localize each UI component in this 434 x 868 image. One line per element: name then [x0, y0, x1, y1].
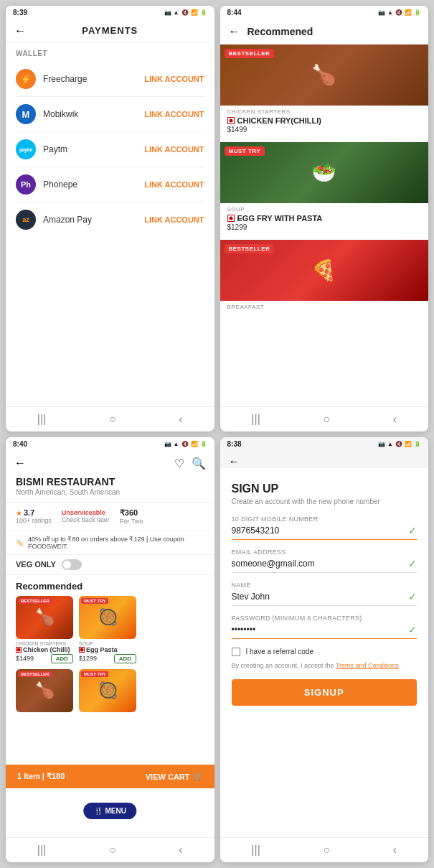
phonepe-link[interactable]: LINK ACCOUNT	[144, 180, 204, 189]
nav-back-icon-signup[interactable]: ‹	[393, 844, 397, 857]
food-cat-small-1: SOUP	[79, 641, 136, 646]
recommended-title: Recommened	[247, 26, 313, 37]
heart-icon[interactable]: ♡	[174, 457, 184, 470]
signup-button[interactable]: SIGNUP	[232, 679, 418, 706]
restaurant-stats: ★ 3.7 100+ ratings Unserviceable Check b…	[6, 502, 214, 531]
terms-link[interactable]: Trems and Conditions	[336, 662, 399, 669]
password-field: PASSWORD (MINIMUM 6 CHARACTERS) ••••••••…	[232, 615, 418, 639]
amazon-link[interactable]: LINK ACCOUNT	[144, 215, 204, 224]
nav-back-icon-rest[interactable]: ‹	[179, 844, 182, 857]
cart-icon: 🛒	[193, 772, 203, 781]
food-price-small-0: $1499 ADD	[16, 654, 73, 663]
nav-home-icon-rec[interactable]: ○	[323, 413, 330, 426]
nav-home-icon[interactable]: ○	[109, 413, 116, 426]
add-button-1[interactable]: ADD	[114, 654, 136, 663]
status-bar-recommended: 8:44 📷 ▲ 🔇 📶 🔋	[220, 6, 429, 19]
phonepe-icon: Ph	[16, 174, 36, 195]
nav-menu-icon-rec[interactable]: |||	[251, 413, 260, 426]
time-signup: 8:38	[227, 440, 242, 448]
time-recommended: 8:44	[227, 9, 242, 17]
payments-title: PAYMENTS	[82, 25, 138, 36]
status-icons-recommended: 📷 ▲ 🔇 📶 🔋	[378, 9, 421, 16]
search-icon[interactable]: 🔍	[192, 457, 206, 470]
food-name-1: EGG FRY WITH PASTA	[227, 214, 422, 223]
payment-item-paytm: paytm Paytm LINK ACCOUNT	[16, 132, 204, 167]
paytm-link[interactable]: LINK ACCOUNT	[144, 145, 204, 154]
menu-fab-button[interactable]: 🍴 MENU	[84, 803, 136, 819]
name-label: NAME	[232, 582, 418, 589]
wallet-section: WALLET ⚡ Freecharge LINK ACCOUNT M Mobik…	[6, 42, 214, 240]
mobile-value[interactable]: 9876543210	[232, 526, 409, 536]
food-card-0: 🍗 BESTSELLER CHICKEN STARTERS CHICKEN FR…	[220, 45, 429, 138]
freecharge-link[interactable]: LINK ACCOUNT	[144, 75, 204, 83]
badge-small-3: MUST TRY	[81, 671, 108, 677]
food-card-small-0: 🍗 BESTSELLER CHICKEN STARTERS Chicken (C…	[16, 596, 73, 663]
back-arrow-payments[interactable]: ←	[14, 24, 26, 37]
nav-back-icon-rec[interactable]: ‹	[393, 413, 397, 426]
back-arrow-signup[interactable]: ←	[229, 455, 240, 467]
mobile-label: 10 DIGIT MOBILE NUMBER	[232, 515, 418, 523]
nav-home-icon-rest[interactable]: ○	[109, 844, 116, 857]
cart-bar[interactable]: 1 Item | ₹180 VIEW CART 🛒	[6, 765, 214, 788]
restaurant-screen: 8:40 📷 ▲ 🔇 📶 🔋 ← ♡ 🔍 BISMI RESTAURANT No…	[6, 437, 214, 863]
badge-bestseller-2: BESTSELLER	[225, 244, 275, 253]
offer-banner: 🏷️ 40% off up to ₹80 on orders above ₹12…	[6, 531, 214, 555]
status-icons-signup: 📷 ▲ 🔇 📶 🔋	[378, 441, 421, 447]
cart-label: 1 Item | ₹180	[17, 772, 65, 781]
phonepe-name: Phonepe	[43, 179, 77, 190]
email-input-wrap: someone@gmail.com ✓	[232, 558, 418, 573]
nav-home-icon-signup[interactable]: ○	[323, 844, 330, 857]
email-check-icon: ✓	[408, 558, 417, 569]
view-cart-label: VIEW CART 🛒	[146, 772, 203, 781]
paytm-name: Paytm	[43, 144, 67, 154]
food-info-0: CHICKEN STARTERS CHICKEN FRY(CHILLI) $14…	[220, 106, 429, 138]
payment-item-amazon: az Amazon Pay LINK ACCOUNT	[16, 202, 204, 237]
signup-subtitle: Create an account with the new phone num…	[232, 498, 418, 505]
mobikwik-icon: M	[16, 104, 36, 124]
veg-icon-small-0	[16, 647, 22, 653]
section-title-recommended: Recommended	[6, 575, 214, 596]
offer-icon: 🏷️	[16, 539, 24, 546]
referral-checkbox[interactable]	[232, 648, 240, 656]
mobikwik-name: Mobikwik	[43, 109, 78, 119]
food-list-recommended: 🍗 BESTSELLER CHICKEN STARTERS CHICKEN FR…	[220, 45, 429, 406]
food-card-small-2: 🍗 BESTSELLER	[16, 669, 73, 712]
nav-bar-signup: ||| ○ ‹	[220, 837, 429, 862]
nav-back-icon[interactable]: ‹	[179, 413, 182, 426]
nav-menu-icon-signup[interactable]: |||	[251, 844, 260, 857]
price-value: ₹360	[120, 508, 143, 518]
food-name-small-1: Egg Pasta	[79, 646, 136, 653]
food-cat-small-0: CHICKEN STARTERS	[16, 641, 73, 646]
veg-toggle-switch[interactable]	[62, 559, 82, 570]
back-arrow-restaurant[interactable]: ←	[14, 457, 26, 470]
food-name-small-0: Chicken (Chilli)	[16, 646, 73, 653]
add-button-0[interactable]: ADD	[51, 654, 73, 663]
mobile-input-wrap: 9876543210 ✓	[232, 525, 418, 540]
payment-item-phonepe: Ph Phonepe LINK ACCOUNT	[16, 167, 204, 202]
food-price-small-1: $1299 ADD	[79, 654, 136, 663]
rating-count: 100+ ratings	[16, 517, 52, 524]
email-field: EMAIL ADDRESS someone@gmail.com ✓	[232, 549, 418, 573]
payments-header: ← PAYMENTS	[6, 19, 214, 42]
signup-inner: SIGN UP Create an account with the new p…	[220, 468, 429, 838]
password-value[interactable]: ••••••••	[232, 625, 409, 635]
email-value[interactable]: someone@gmail.com	[232, 559, 409, 569]
nav-bar-payments: ||| ○ ‹	[6, 406, 214, 431]
nav-menu-icon-rest[interactable]: |||	[37, 844, 46, 857]
star-icon: ★	[16, 509, 22, 517]
email-label: EMAIL ADDRESS	[232, 549, 418, 556]
nav-menu-icon[interactable]: |||	[37, 413, 46, 426]
password-input-wrap: •••••••• ✓	[232, 624, 418, 639]
signup-header: ←	[220, 451, 429, 468]
restaurant-info: BISMI RESTAURANT North American, South A…	[6, 476, 214, 502]
veg-label: VEG ONLY	[16, 560, 56, 569]
freecharge-icon: ⚡	[16, 69, 36, 89]
name-value[interactable]: Stev John	[232, 592, 409, 602]
food-grid-restaurant: 🍗 BESTSELLER CHICKEN STARTERS Chicken (C…	[6, 596, 214, 669]
mobikwik-link[interactable]: LINK ACCOUNT	[144, 110, 204, 118]
paytm-icon: paytm	[16, 139, 36, 159]
back-arrow-recommended[interactable]: ←	[229, 25, 240, 38]
status-bar-restaurant: 8:40 📷 ▲ 🔇 📶 🔋	[6, 437, 214, 451]
signup-title: SIGN UP	[232, 482, 418, 495]
badge-small-0: BESTSELLER	[18, 598, 52, 604]
